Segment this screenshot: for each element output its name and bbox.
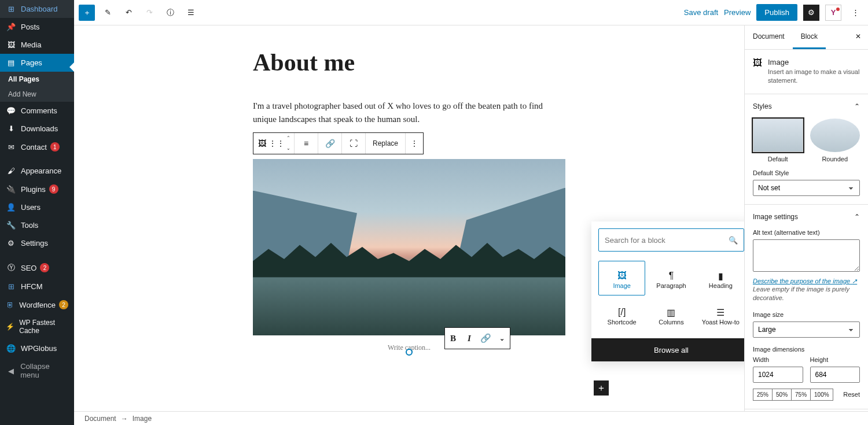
collapse-icon: ◀ (6, 367, 16, 375)
plus-icon: ＋ (83, 8, 91, 18)
move-up-button[interactable]: ⌃ (282, 133, 294, 143)
replace-button[interactable]: Replace (366, 133, 405, 154)
italic-button[interactable]: I (461, 328, 477, 349)
breadcrumb-image[interactable]: Image (133, 415, 152, 423)
page-title[interactable]: About me (253, 49, 565, 76)
block-info-title: Image (768, 58, 860, 66)
menu-wpfc[interactable]: ⚡WP Fastest Cache (0, 314, 74, 339)
redo-button[interactable]: ↷ (141, 5, 157, 21)
editor-main: ＋ ✎ ↶ ↷ ⓘ ☰ Save draft Preview Publish ⚙… (74, 0, 868, 425)
page-icon: ▤ (6, 58, 16, 67)
crop-button[interactable]: ⛶ (342, 133, 365, 154)
alt-help-link[interactable]: Describe the purpose of the image ↗ (753, 278, 857, 284)
inserter-item-columns[interactable]: ▥Columns (648, 298, 694, 331)
menu-dashboard[interactable]: ⊞Dashboard (0, 0, 74, 18)
pct-75-button[interactable]: 75% (791, 389, 811, 401)
menu-tools[interactable]: 🔧Tools (0, 216, 74, 234)
save-draft-button[interactable]: Save draft (684, 8, 718, 17)
sliders-icon: ⚙ (6, 239, 16, 247)
breadcrumb-document[interactable]: Document (84, 415, 116, 423)
pct-50-button[interactable]: 50% (772, 389, 792, 401)
info-icon: ⓘ (167, 8, 174, 18)
publish-button[interactable]: Publish (756, 4, 797, 21)
menu-posts[interactable]: 📌Posts (0, 18, 74, 36)
move-down-button[interactable]: ⌄ (282, 143, 294, 154)
kebab-icon: ⋮ (410, 139, 418, 148)
link-inline-button[interactable]: 🔗 (477, 328, 494, 349)
outline-icon: ☰ (187, 8, 194, 17)
block-drag-handle[interactable]: ⋮⋮ (271, 133, 282, 154)
tab-block[interactable]: Block (793, 25, 826, 49)
columns-icon: ▥ (667, 306, 675, 319)
align-button[interactable]: ≡ (295, 133, 318, 154)
submenu-all-pages[interactable]: All Pages (0, 72, 74, 87)
undo-button[interactable]: ↶ (120, 5, 137, 21)
collapse-menu[interactable]: ◀Collapse menu (0, 357, 74, 384)
submenu-add-new[interactable]: Add New (0, 87, 74, 102)
external-icon: ↗ (852, 278, 857, 284)
menu-hfcm[interactable]: ⊞HFCM (0, 278, 74, 295)
menu-contact[interactable]: ✉Contact1 (0, 138, 74, 156)
link-icon: 🔗 (325, 139, 335, 148)
styles-panel-toggle[interactable]: Styles⌃ (745, 94, 868, 119)
menu-seo[interactable]: ⓎSEO2 (0, 258, 74, 278)
globe-icon: 🌐 (6, 344, 16, 353)
pin-icon: 📌 (6, 23, 16, 31)
menu-settings[interactable]: ⚙Settings (0, 234, 74, 252)
user-icon: 👤 (6, 203, 16, 212)
height-label: Height (810, 356, 860, 363)
alt-text-input[interactable] (753, 239, 860, 272)
width-input[interactable] (753, 367, 803, 383)
yoast-button[interactable]: Y (825, 5, 841, 21)
block-more-button[interactable]: ⋮ (406, 133, 423, 154)
menu-pages[interactable]: ▤Pages (0, 54, 74, 72)
outline-button[interactable]: ☰ (183, 5, 199, 21)
add-block-button[interactable]: ＋ (79, 5, 95, 21)
bold-button[interactable]: B (445, 328, 461, 349)
menu-comments[interactable]: 💬Comments (0, 102, 74, 120)
link-button[interactable]: 🔗 (318, 133, 341, 154)
plug-icon: 🔌 (6, 185, 16, 194)
inserter-item-image[interactable]: 🖼Image (598, 261, 645, 295)
add-block-inline-button[interactable]: ＋ (594, 380, 609, 396)
menu-downloads[interactable]: ⬇Downloads (0, 120, 74, 138)
format-more-button[interactable]: ⌄ (494, 328, 510, 349)
pct-100-button[interactable]: 100% (810, 389, 833, 401)
undo-icon: ↶ (126, 8, 132, 17)
settings-toggle-button[interactable]: ⚙ (803, 5, 819, 21)
pencil-icon: ✎ (105, 8, 111, 17)
more-options-button[interactable]: ⋮ (847, 5, 863, 21)
search-icon: 🔍 (729, 236, 738, 245)
format-toolbar: B I 🔗 ⌄ (444, 327, 510, 349)
image-size-select[interactable]: Large (753, 321, 860, 338)
inserter-item-yoast[interactable]: ☰Yoast How-to (697, 298, 744, 331)
style-default[interactable]: Default (753, 119, 803, 162)
tab-document[interactable]: Document (745, 25, 793, 49)
menu-appearance[interactable]: 🖌Appearance (0, 162, 74, 180)
height-input[interactable] (810, 367, 860, 383)
image-block[interactable]: Write caption... (253, 159, 565, 352)
menu-users[interactable]: 👤Users (0, 198, 74, 216)
image-settings-panel-toggle[interactable]: Image settings⌃ (745, 205, 868, 229)
menu-wpglobus[interactable]: 🌐WPGlobus (0, 339, 74, 357)
menu-wordfence[interactable]: ⛨Wordfence2 (0, 295, 74, 314)
browse-all-button[interactable]: Browse all (591, 338, 744, 361)
resize-handle[interactable] (406, 349, 413, 356)
search-input[interactable] (605, 236, 729, 245)
default-style-select[interactable]: Not set (753, 180, 860, 196)
menu-media[interactable]: 🖼Media (0, 36, 74, 54)
menu-plugins[interactable]: 🔌Plugins9 (0, 180, 74, 198)
pct-25-button[interactable]: 25% (753, 389, 773, 401)
preview-button[interactable]: Preview (724, 8, 751, 17)
close-sidebar-button[interactable]: ✕ (848, 25, 868, 49)
inserter-item-shortcode[interactable]: [/]Shortcode (598, 298, 645, 331)
page-paragraph[interactable]: I'm a travel photographer based out of X… (253, 99, 565, 127)
editor-canvas[interactable]: About me I'm a travel photographer based… (74, 25, 744, 411)
inserter-item-paragraph[interactable]: ¶Paragraph (648, 261, 694, 295)
edit-mode-button[interactable]: ✎ (100, 5, 116, 21)
width-label: Width (753, 356, 803, 363)
reset-dimensions-button[interactable]: Reset (843, 391, 860, 398)
inserter-item-heading[interactable]: ▮Heading (697, 261, 744, 295)
style-rounded[interactable]: Rounded (810, 119, 860, 162)
info-button[interactable]: ⓘ (162, 5, 178, 21)
